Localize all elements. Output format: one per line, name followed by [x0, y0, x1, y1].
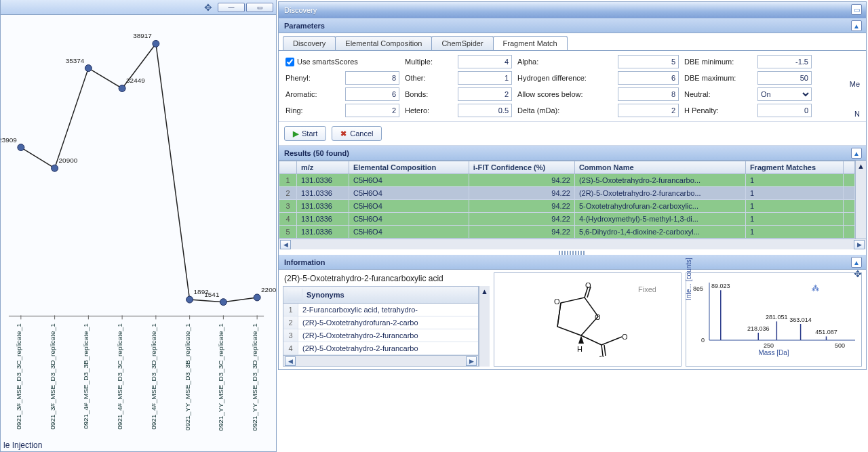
- svg-text:0921_3#_MSE_D3_3C_replicate_1: 0921_3#_MSE_D3_3C_replicate_1: [15, 323, 22, 430]
- tab-chemspider[interactable]: ChemSpider: [431, 36, 493, 50]
- delta-field[interactable]: [618, 104, 679, 117]
- svg-point-12: [220, 299, 226, 306]
- svg-text:0921_YY_MSE_D3_3D_replicate_1: 0921_YY_MSE_D3_3D_replicate_1: [251, 323, 258, 431]
- list-item[interactable]: 4(2R)-5-Oxotetrahydro-2-furancarbo: [283, 342, 478, 355]
- synonyms-scrollbar-horizontal[interactable]: ◀ ▶: [283, 355, 478, 366]
- spectrum-ylabel: Inte... [counts]: [685, 258, 692, 300]
- allow-field[interactable]: [618, 87, 679, 101]
- scroll-up-icon[interactable]: ▲: [481, 287, 488, 295]
- parameters-buttonbar: ▶Start ✖Cancel: [279, 121, 866, 146]
- information-collapse-button[interactable]: ▲: [851, 257, 862, 268]
- parameters-header: Parameters ▲: [279, 18, 866, 33]
- use-smartsscores-checkbox[interactable]: [285, 58, 294, 66]
- start-label: Start: [302, 129, 317, 138]
- results-scrollbar-vertical[interactable]: ▲: [855, 161, 866, 239]
- scroll-right-icon[interactable]: ▶: [466, 356, 477, 366]
- synonyms-header: Synonyms: [302, 289, 474, 301]
- multiple-field[interactable]: [458, 55, 512, 68]
- phenyl-field[interactable]: [345, 71, 399, 85]
- allow-label: Allow scores below:: [517, 90, 612, 98]
- trend-chart: 2390920900353743244938917189215412200092…: [1, 19, 276, 438]
- dbemin-label: DBE minimum:: [684, 58, 752, 66]
- results-collapse-button[interactable]: ▲: [851, 148, 862, 159]
- multiple-label: Multiple:: [405, 58, 452, 66]
- svg-line-42: [601, 337, 622, 345]
- hetero-label: Hetero:: [405, 106, 452, 115]
- tab-fragment-match[interactable]: Fragment Match: [493, 36, 568, 50]
- hpen-field[interactable]: [757, 104, 812, 117]
- aromatic-label: Aromatic:: [285, 90, 340, 98]
- bonds-label: Bonds:: [405, 90, 452, 98]
- svg-text:2200: 2200: [261, 286, 276, 293]
- svg-text:38917: 38917: [133, 32, 152, 39]
- cancel-button[interactable]: ✖Cancel: [332, 126, 382, 141]
- tab-discovery[interactable]: Discovery: [283, 36, 336, 50]
- svg-point-0: [18, 144, 24, 151]
- table-row[interactable]: 4131.0336C5H6O494.224-(Hydroxymethyl)-5-…: [279, 213, 855, 226]
- scroll-right-icon[interactable]: ▶: [854, 240, 865, 249]
- results-scrollbar-horizontal[interactable]: ◀ ▶: [279, 239, 866, 249]
- n-label: N: [854, 110, 860, 118]
- discovery-header: Discovery ▭: [279, 2, 866, 18]
- dbemin-field[interactable]: [757, 55, 812, 68]
- discovery-panel: Discovery ▭ Parameters ▲ Discovery Eleme…: [278, 1, 867, 370]
- neutral-select[interactable]: On: [757, 87, 812, 101]
- bonds-field[interactable]: [458, 87, 512, 101]
- synonyms-scrollbar-vertical[interactable]: ▲: [479, 286, 490, 367]
- svg-point-10: [186, 296, 193, 303]
- spectrum-panel: Inte... [counts] ⁂ 8e5 0 250 500 89.0232…: [686, 272, 862, 367]
- use-smartsscores-label: Use smartsScores: [297, 58, 358, 66]
- list-item[interactable]: 3(2R)-5-Oxotetrahydro-2-furancarbo: [283, 329, 478, 342]
- svg-point-8: [153, 40, 159, 47]
- panel-collapse-button[interactable]: ▭: [851, 4, 862, 15]
- table-row[interactable]: 2131.0336C5H6O494.22(2R)-5-Oxotetrahydro…: [279, 187, 855, 200]
- phenyl-label: Phenyl:: [285, 74, 340, 82]
- svg-text:8e5: 8e5: [693, 285, 703, 292]
- svg-marker-34: [557, 297, 598, 335]
- minimize-button[interactable]: —: [218, 3, 245, 12]
- spectrum-svg: 8e5 0 250 500 89.023218.036281.051363.01…: [689, 276, 859, 350]
- svg-text:1541: 1541: [204, 291, 220, 298]
- start-button[interactable]: ▶Start: [284, 126, 326, 141]
- svg-text:0921_4#_MSE_D3_3C_replicate_1: 0921_4#_MSE_D3_3C_replicate_1: [116, 323, 123, 430]
- list-item[interactable]: 2(2R)-5-Oxotetrahydrofuran-2-carbo: [283, 316, 478, 329]
- results-table[interactable]: m/zElemental Compositioni-FIT Confidence…: [279, 161, 855, 239]
- svg-point-6: [119, 85, 125, 91]
- hetero-field[interactable]: [458, 104, 512, 117]
- table-row[interactable]: 5131.0336C5H6O494.225,6-Dihydro-1,4-diox…: [279, 226, 855, 239]
- scroll-up-icon[interactable]: ▲: [857, 162, 865, 170]
- scroll-left-icon[interactable]: ◀: [285, 356, 296, 366]
- parameters-collapse-button[interactable]: ▲: [851, 20, 862, 31]
- other-field[interactable]: [458, 71, 512, 85]
- svg-text:Fixed: Fixed: [638, 285, 656, 293]
- ring-field[interactable]: [345, 104, 399, 117]
- alpha-field[interactable]: [618, 55, 679, 68]
- synonyms-table[interactable]: Synonyms 12-Furancarboxylic acid, tetrah…: [283, 286, 479, 367]
- scroll-left-icon[interactable]: ◀: [280, 240, 291, 249]
- table-row[interactable]: 1131.0336C5H6O494.22(2S)-5-Oxotetrahydro…: [279, 174, 855, 187]
- other-label: Other:: [405, 74, 452, 82]
- svg-line-35: [557, 303, 561, 327]
- tab-elemental-composition[interactable]: Elemental Composition: [335, 36, 432, 50]
- list-item[interactable]: 12-Furancarboxylic acid, tetrahydro-: [283, 304, 478, 316]
- results-body: m/zElemental Compositioni-FIT Confidence…: [279, 161, 866, 255]
- svg-text:89.023: 89.023: [711, 283, 730, 289]
- dbemax-field[interactable]: [757, 71, 812, 85]
- trend-svg: 2390920900353743244938917189215412200092…: [1, 19, 276, 438]
- alpha-label: Alpha:: [517, 58, 612, 66]
- maximize-button[interactable]: ▭: [246, 3, 273, 12]
- trend-chart-panel: ✥ — ▭ 2390920900353743244938917189215412…: [0, 0, 277, 452]
- table-row[interactable]: 3131.0336C5H6O494.225-Oxotetrahydrofuran…: [279, 200, 855, 213]
- move-icon[interactable]: ✥: [204, 2, 212, 13]
- information-header: Information ▲: [279, 255, 866, 270]
- parameter-tabs: Discovery Elemental Composition ChemSpid…: [279, 33, 866, 51]
- synonyms-panel: (2R)-5-Oxotetrahydro-2-furancarboxylic a…: [283, 272, 490, 367]
- aromatic-field[interactable]: [345, 87, 399, 101]
- parameters-title: Parameters: [284, 22, 325, 30]
- scatter-icon: ⁂: [812, 284, 819, 293]
- hdiff-field[interactable]: [618, 71, 679, 85]
- svg-text:0: 0: [701, 337, 705, 344]
- trend-titlebar: ✥ — ▭: [1, 0, 276, 15]
- cancel-icon: ✖: [340, 129, 347, 138]
- svg-text:O: O: [585, 283, 591, 289]
